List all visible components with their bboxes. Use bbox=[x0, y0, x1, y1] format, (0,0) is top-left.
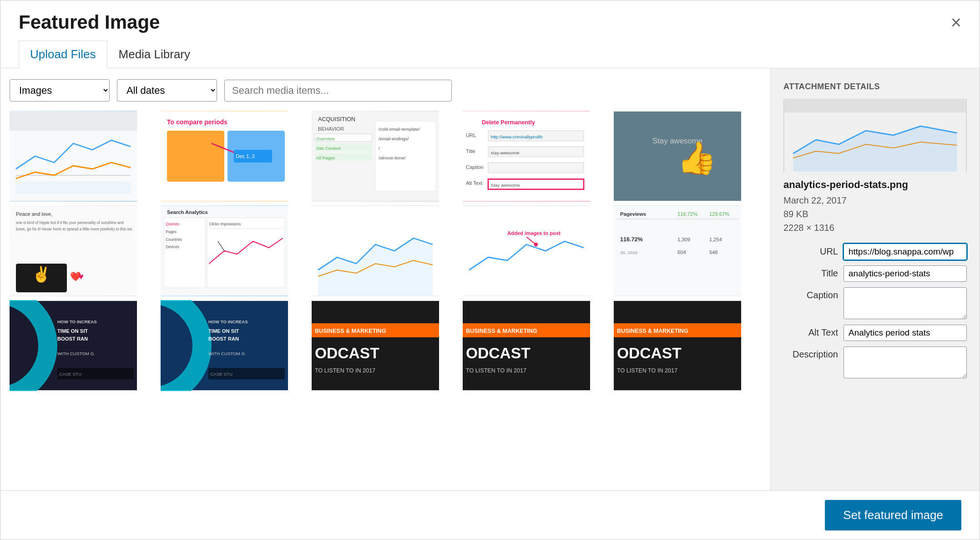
media-item[interactable]: Peace and love, one is kind of hippie bu… bbox=[10, 205, 137, 296]
svg-rect-51 bbox=[164, 218, 205, 288]
search-input[interactable] bbox=[224, 80, 452, 102]
caption-textarea[interactable] bbox=[844, 287, 967, 319]
svg-rect-1 bbox=[10, 112, 137, 131]
modal-footer: Set featured image bbox=[0, 490, 980, 540]
svg-text:Overview: Overview bbox=[316, 136, 335, 141]
media-item[interactable]: Search Analytics Queries Pages Countries… bbox=[161, 205, 288, 296]
svg-text:✌: ✌ bbox=[32, 265, 51, 284]
caption-label: Caption bbox=[783, 287, 838, 301]
svg-text:♥: ♥ bbox=[78, 271, 84, 281]
svg-text:116.72%: 116.72% bbox=[620, 236, 643, 243]
svg-text:Delete Permanently: Delete Permanently bbox=[482, 119, 535, 126]
media-item[interactable]: Pageviews 116.72% 129.67% 116.72% 1,309 … bbox=[614, 205, 741, 296]
svg-text:ODCAST: ODCAST bbox=[466, 345, 530, 362]
media-item[interactable]: BUSINESS & MARKETING ODCAST TO LISTEN TO… bbox=[463, 300, 590, 391]
svg-text:Clicks Impressions: Clicks Impressions bbox=[209, 222, 241, 226]
svg-text:ODCAST: ODCAST bbox=[617, 345, 682, 362]
title-label: Title bbox=[783, 265, 838, 279]
svg-text:Site Content: Site Content bbox=[316, 146, 341, 151]
set-featured-image-button[interactable]: Set featured image bbox=[825, 500, 961, 530]
media-item[interactable]: Added images to post bbox=[463, 205, 590, 296]
svg-text:All Pages: All Pages bbox=[316, 155, 335, 160]
svg-text:30, 2016: 30, 2016 bbox=[620, 250, 638, 255]
file-name: analytics-period-stats.png bbox=[783, 179, 967, 191]
svg-text:1,309: 1,309 bbox=[677, 237, 690, 242]
media-item[interactable] bbox=[312, 205, 439, 296]
media-item[interactable]: ACQUISITION BEHAVIOR Overview Site Conte… bbox=[312, 111, 439, 202]
svg-text:Queries: Queries bbox=[166, 222, 179, 226]
svg-text:WITH CUSTOM G: WITH CUSTOM G bbox=[208, 351, 245, 356]
description-textarea[interactable] bbox=[844, 346, 967, 378]
svg-rect-109 bbox=[784, 99, 966, 112]
svg-text:ACQUISITION: ACQUISITION bbox=[318, 116, 355, 122]
alt-text-field-row: Alt Text bbox=[783, 325, 967, 341]
svg-text:TO LISTEN TO IN 2017: TO LISTEN TO IN 2017 bbox=[315, 367, 375, 374]
svg-text:BUSINESS & MARKETING: BUSINESS & MARKETING bbox=[466, 328, 537, 334]
attachment-details-panel: ATTACHMENT DETAILS analytics-period-stat… bbox=[770, 68, 980, 490]
media-item[interactable]: To compare periods Dec 1, 2 bbox=[161, 111, 288, 202]
filter-bar: Images All dates bbox=[10, 79, 761, 102]
svg-text:Dec 1, 2: Dec 1, 2 bbox=[236, 153, 255, 159]
svg-text:Stay awesome: Stay awesome bbox=[491, 183, 520, 188]
caption-field-row: Caption bbox=[783, 287, 967, 319]
svg-text:To compare periods: To compare periods bbox=[167, 118, 227, 126]
description-label: Description bbox=[783, 346, 838, 360]
svg-rect-6 bbox=[167, 131, 224, 182]
svg-text:Devices: Devices bbox=[166, 245, 179, 249]
svg-text:http://www.criminallyprolifc: http://www.criminallyprolifc bbox=[491, 134, 543, 139]
svg-text:604: 604 bbox=[677, 250, 686, 255]
media-item[interactable]: HOW TO INCREAS TIME ON SIT BOOST RAN WIT… bbox=[10, 300, 137, 391]
svg-text:BOOST RAN: BOOST RAN bbox=[57, 336, 88, 341]
svg-text:Search Analytics: Search Analytics bbox=[167, 209, 208, 215]
svg-text:HOW TO INCREAS: HOW TO INCREAS bbox=[208, 319, 248, 324]
svg-text:129.67%: 129.67% bbox=[709, 211, 729, 217]
svg-text:Caption: Caption bbox=[466, 164, 484, 170]
url-input[interactable] bbox=[844, 244, 967, 260]
svg-text:TO LISTEN TO IN 2017: TO LISTEN TO IN 2017 bbox=[466, 367, 526, 374]
media-item[interactable] bbox=[10, 111, 137, 202]
media-grid: To compare periods Dec 1, 2 ACQ bbox=[10, 111, 761, 479]
alt-text-input[interactable] bbox=[844, 325, 967, 341]
svg-text:BUSINESS & MARKETING: BUSINESS & MARKETING bbox=[617, 328, 688, 334]
svg-text:/: / bbox=[379, 146, 380, 151]
svg-text:CASE STU: CASE STU bbox=[59, 372, 81, 377]
attachment-details-title: ATTACHMENT DETAILS bbox=[783, 82, 967, 92]
svg-text:BEHAVIOR: BEHAVIOR bbox=[318, 126, 344, 132]
title-input[interactable] bbox=[844, 265, 967, 282]
svg-text:BUSINESS & MARKETING: BUSINESS & MARKETING bbox=[315, 328, 386, 334]
date-filter[interactable]: All dates bbox=[117, 79, 217, 102]
svg-text:116.72%: 116.72% bbox=[677, 211, 697, 217]
svg-text:URL: URL bbox=[466, 132, 476, 138]
media-item[interactable]: BUSINESS & MARKETING ODCAST TO LISTEN TO… bbox=[312, 300, 439, 391]
close-button[interactable]: × bbox=[951, 13, 961, 31]
svg-text:546: 546 bbox=[709, 250, 718, 255]
featured-image-modal: Featured Image × Upload Files Media Libr… bbox=[0, 0, 980, 540]
svg-point-65 bbox=[534, 243, 538, 246]
svg-text:TIME ON SIT: TIME ON SIT bbox=[57, 328, 88, 334]
svg-text:Peace and love,: Peace and love, bbox=[16, 211, 52, 217]
file-details: analytics-period-stats.png March 22, 201… bbox=[783, 179, 967, 234]
file-date: March 22, 2017 bbox=[783, 194, 967, 207]
media-item[interactable]: BUSINESS & MARKETING ODCAST TO LISTEN TO… bbox=[614, 300, 741, 391]
svg-rect-62 bbox=[463, 206, 590, 295]
modal-content: Images All dates bbox=[0, 68, 980, 490]
url-field-row: URL bbox=[783, 244, 967, 260]
svg-text:bows, go for it! Never hurts t: bows, go for it! Never hurts to spread a… bbox=[16, 227, 132, 231]
svg-text:Added images to post: Added images to post bbox=[507, 230, 561, 236]
svg-text:Alt Text: Alt Text bbox=[466, 180, 483, 186]
description-field-row: Description bbox=[783, 346, 967, 378]
modal-title: Featured Image bbox=[19, 11, 160, 33]
media-item[interactable]: Delete Permanently URL http://www.crimin… bbox=[463, 111, 590, 202]
svg-text:Title: Title bbox=[466, 148, 475, 154]
svg-text:TIME ON SIT: TIME ON SIT bbox=[208, 328, 239, 334]
media-item[interactable]: HOW TO INCREAS TIME ON SIT BOOST RAN WIT… bbox=[161, 300, 288, 391]
svg-rect-34 bbox=[488, 163, 584, 173]
svg-text:Pages: Pages bbox=[166, 229, 177, 234]
svg-text:one is kind of hippie but if i: one is kind of hippie but if it fits you… bbox=[16, 220, 124, 225]
tab-upload-files[interactable]: Upload Files bbox=[19, 41, 107, 68]
type-filter[interactable]: Images bbox=[10, 79, 110, 102]
media-area: Images All dates bbox=[0, 68, 770, 490]
svg-text:/email-endings/: /email-endings/ bbox=[379, 136, 409, 141]
media-item[interactable]: Stay awesome 👍 bbox=[614, 111, 741, 202]
tab-media-library[interactable]: Media Library bbox=[107, 41, 202, 68]
